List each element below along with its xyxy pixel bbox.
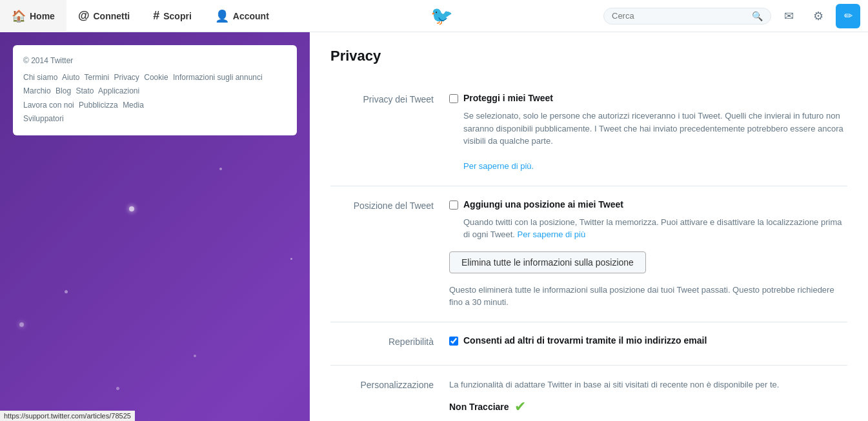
posizione-tweet-content: Aggiungi una posizione ai miei Tweet Qua…	[449, 199, 847, 309]
privacy-tweet-section: Privacy dei Tweet Proteggi i miei Tweet …	[330, 80, 847, 186]
proteggi-tweet-label[interactable]: Proteggi i miei Tweet	[463, 93, 553, 103]
footer-link-media[interactable]: Media	[123, 101, 144, 110]
footer-link-cookie[interactable]: Cookie	[144, 73, 168, 82]
main-layout: © 2014 Twitter Chi siamo Aiuto Termini P…	[0, 32, 868, 421]
footer-link-stato[interactable]: Stato	[76, 86, 94, 95]
settings-button[interactable]: ⚙	[806, 4, 831, 28]
nav-connetti-label: Connetti	[93, 11, 130, 21]
footer-link-marchio[interactable]: Marchio	[23, 86, 51, 95]
compose-icon: ✏	[844, 10, 853, 22]
personalizzazione-desc: La funzionalità di adattare Twitter in b…	[449, 378, 847, 391]
twitter-logo: 🐦	[430, 5, 453, 26]
reperibilita-checkbox[interactable]	[449, 337, 458, 346]
footer-link-pubblicizza[interactable]: Pubblicizza	[79, 101, 118, 110]
privacy-tweet-label: Privacy dei Tweet	[330, 93, 434, 173]
checkmark-icon: ✔	[514, 398, 526, 415]
footer-link-lavora[interactable]: Lavora con noi	[23, 101, 74, 110]
footer-link-sviluppatori[interactable]: Sviluppatori	[23, 114, 64, 123]
nav-connetti[interactable]: @ Connetti	[66, 0, 141, 32]
nav-left: 🏠 Home @ Connetti # Scopri 👤 Account	[0, 0, 281, 32]
nav-account[interactable]: 👤 Account	[203, 0, 281, 32]
posizione-delete-desc: Questo eliminerà tutte le informazioni s…	[449, 284, 847, 309]
search-icon[interactable]: 🔍	[752, 11, 763, 21]
at-icon: @	[78, 9, 90, 23]
posizione-tweet-link[interactable]: Per saperne di più	[518, 230, 586, 239]
posizione-tweet-checkbox-row: Aggiungi una posizione ai miei Tweet	[449, 199, 847, 210]
non-tracciare-row: Non Tracciare ✔	[449, 398, 847, 415]
footer-links-panel: © 2014 Twitter Chi siamo Aiuto Termini P…	[13, 45, 297, 135]
reperibilita-checkbox-row: Consenti ad altri di trovarmi tramite il…	[449, 335, 847, 346]
search-bar[interactable]: 🔍	[603, 8, 771, 24]
compose-button[interactable]: ✏	[836, 4, 860, 28]
nav-home-label: Home	[30, 11, 55, 21]
envelope-icon: ✉	[784, 9, 794, 23]
privacy-tweet-checkbox-row: Proteggi i miei Tweet	[449, 93, 847, 103]
reperibilita-section: Reperibilità Consenti ad altri di trovar…	[330, 322, 847, 366]
user-icon: 👤	[215, 9, 229, 23]
privacy-tweet-desc: Se selezionato, solo le persone che auto…	[463, 110, 847, 173]
posizione-tweet-section: Posizione del Tweet Aggiungi una posizio…	[330, 186, 847, 322]
gear-icon: ⚙	[813, 9, 823, 23]
footer-link-aiuto[interactable]: Aiuto	[62, 73, 79, 82]
footer-copyright: © 2014 Twitter	[23, 54, 287, 68]
reperibilita-checkbox-label[interactable]: Consenti ad altri di trovarmi tramite il…	[463, 335, 707, 346]
privacy-tweet-link[interactable]: Per saperne di più.	[463, 161, 534, 171]
search-input[interactable]	[612, 11, 752, 21]
posizione-tweet-label: Posizione del Tweet	[330, 199, 434, 309]
footer-link-informazioni[interactable]: Informazioni sugli annunci	[173, 73, 263, 82]
hashtag-icon: #	[153, 9, 159, 23]
posizione-tweet-checkbox[interactable]	[449, 201, 458, 210]
status-bar: https://support.twitter.com/articles/785…	[0, 411, 135, 421]
home-icon: 🏠	[12, 9, 26, 23]
nav-account-label: Account	[233, 11, 269, 21]
nav-home[interactable]: 🏠 Home	[0, 0, 66, 32]
posizione-tweet-checkbox-label[interactable]: Aggiungi una posizione ai miei Tweet	[463, 199, 623, 210]
status-url: https://support.twitter.com/articles/785…	[4, 412, 131, 420]
personalizzazione-label: Personalizzazione	[330, 378, 434, 422]
personalizzazione-content: La funzionalità di adattare Twitter in b…	[449, 378, 847, 422]
proteggi-tweet-checkbox[interactable]	[449, 94, 458, 103]
privacy-title: Privacy	[330, 48, 847, 64]
footer-links-list: Chi siamo Aiuto Termini Privacy Cookie I…	[23, 71, 287, 126]
reperibilita-label: Reperibilità	[330, 335, 434, 352]
non-tracciare-label: Non Tracciare	[449, 402, 509, 412]
posizione-tweet-desc: Quando twitti con la posizione, Twitter …	[463, 216, 847, 241]
footer-link-privacy[interactable]: Privacy	[114, 73, 139, 82]
messages-button[interactable]: ✉	[776, 4, 801, 28]
privacy-panel: Privacy Privacy dei Tweet Proteggi i mie…	[310, 32, 868, 421]
footer-link-applicazioni[interactable]: Applicazioni	[98, 86, 139, 95]
top-navigation: 🏠 Home @ Connetti # Scopri 👤 Account 🐦 🔍…	[0, 0, 868, 32]
nav-scopri[interactable]: # Scopri	[141, 0, 203, 32]
personalizzazione-section: Personalizzazione La funzionalità di ada…	[330, 366, 847, 422]
footer-link-termini[interactable]: Termini	[85, 73, 110, 82]
nav-right: 🔍 ✉ ⚙ ✏	[603, 4, 868, 28]
left-sidebar: © 2014 Twitter Chi siamo Aiuto Termini P…	[0, 32, 310, 421]
nav-center: 🐦	[281, 5, 603, 26]
footer-link-blog[interactable]: Blog	[56, 86, 71, 95]
footer-link-chi-siamo[interactable]: Chi siamo	[23, 73, 57, 82]
content-area: Privacy Privacy dei Tweet Proteggi i mie…	[310, 32, 868, 421]
delete-location-button[interactable]: Elimina tutte le informazioni sulla posi…	[449, 251, 646, 273]
reperibilita-content: Consenti ad altri di trovarmi tramite il…	[449, 335, 847, 352]
privacy-tweet-content: Proteggi i miei Tweet Se selezionato, so…	[449, 93, 847, 173]
nav-scopri-label: Scopri	[163, 11, 192, 21]
